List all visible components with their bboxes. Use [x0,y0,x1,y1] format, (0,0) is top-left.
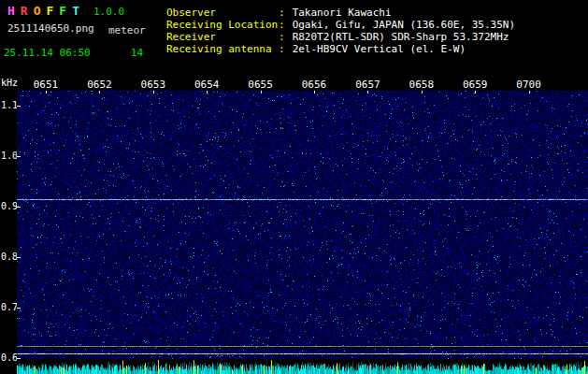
info-label: Observer [166,7,279,19]
freq-axis-unit: kHz [1,78,18,88]
observation-datetime: 25.11.14 06:50 [4,47,91,59]
app-title-letter: R [21,4,28,18]
observation-mode-label: meteor [108,24,146,36]
time-tick-label: 0659 [463,79,488,91]
info-value: Ogaki, Gifu, JAPAN (136.60E, 35.35N) [293,19,515,31]
app-title-letter: H [7,4,15,18]
info-colon: : [279,19,285,31]
info-row-location: Receiving Location:Ogaki, Gifu, JAPAN (1… [166,19,515,31]
freq-tick-label: 0.6 [1,352,18,363]
app-title-letter: F [59,4,66,18]
spectrogram-canvas [17,91,588,374]
station-info: Observer:Takanori Kawachi Receiving Loca… [166,7,515,55]
time-tick-label: 0652 [87,79,112,91]
freq-tick-label: 0.9 [1,201,18,211]
info-row-receiver: Receiver:R820T2(RTL-SDR) SDR-Sharp 53.37… [166,31,515,43]
app-title-letter: O [34,4,41,18]
echo-count: 14 [131,47,143,59]
time-tick-label: 0656 [302,79,327,91]
info-value: Takanori Kawachi [293,7,392,19]
freq-tick-label: 0.8 [1,252,18,262]
app-title-letter: T [72,4,79,18]
freq-tick-label: 1.1 [1,100,18,110]
time-tick-label: 0658 [409,79,435,91]
info-row-antenna: Receiving antenna:2el-HB9CV Vertical (el… [166,43,515,55]
info-label: Receiving Location [166,19,279,31]
time-tick-label: 0700 [516,79,541,91]
freq-tick-label: 1.0 [1,151,18,161]
time-tick-label: 0655 [248,79,273,91]
time-tick-label: 0654 [194,79,220,91]
info-label: Receiving antenna [166,43,279,55]
time-tick-label: 0657 [355,79,380,91]
info-value: 2el-HB9CV Vertical (el. E-W) [293,43,466,55]
info-value: R820T2(RTL-SDR) SDR-Sharp 53.372MHz [293,31,509,43]
app-title: HROFFT [7,4,85,18]
info-colon: : [279,43,285,55]
info-colon: : [279,31,285,43]
info-label: Receiver [166,31,279,43]
app-title-letter: F [46,4,53,18]
time-tick-label: 0651 [34,79,59,91]
app-version: 1.0.0 [93,6,124,18]
hrofft-window: HROFFT 1.0.0 2511140650.png meteor 25.11… [0,0,588,374]
output-filename: 2511140650.png [7,22,94,35]
info-colon: : [279,7,285,19]
freq-tick-label: 0.7 [1,302,18,312]
info-row-observer: Observer:Takanori Kawachi [166,7,515,19]
time-tick-label: 0653 [141,79,166,91]
